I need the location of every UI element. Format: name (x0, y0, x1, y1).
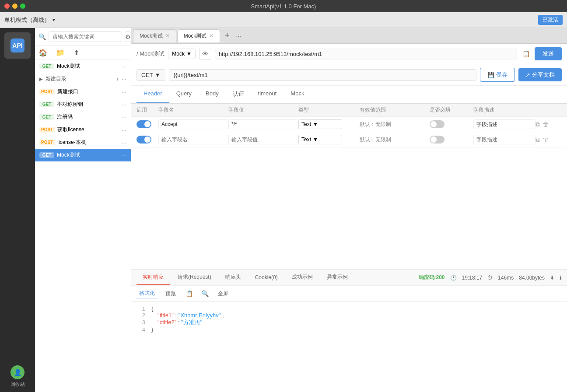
row2-actions: ⧉ 🗑 (536, 136, 562, 144)
row2-required-toggle[interactable] (430, 136, 444, 144)
more-icon[interactable]: ··· (121, 152, 126, 159)
row2-range: 默认：无限制 (360, 136, 391, 143)
api-item-name: Mock测试 (57, 151, 119, 159)
tab-nav-mock[interactable]: Mock (284, 86, 311, 103)
row2-enable-toggle[interactable] (136, 136, 151, 144)
folder-more-icon[interactable]: ··· (122, 76, 126, 82)
info-icon[interactable]: ℹ (560, 275, 562, 281)
response-tab-success[interactable]: 成功示例 (286, 270, 319, 285)
row1-description[interactable] (473, 119, 536, 129)
response-tab-headers[interactable]: 响应头 (219, 270, 247, 285)
more-icon[interactable]: ··· (121, 101, 126, 108)
close-icon[interactable]: ✕ (165, 33, 170, 39)
response-tab-error[interactable]: 异常示例 (321, 270, 354, 285)
chevron-down-icon: ▼ (313, 121, 318, 127)
copy-response-button[interactable]: 📋 (184, 288, 194, 299)
tab-more-button[interactable]: ··· (233, 31, 244, 41)
share-button[interactable]: ↗ 分享文档 (518, 68, 562, 81)
tab-mock1[interactable]: Mock测试 ✕ (133, 29, 176, 42)
folder-item[interactable]: ▶ 新建目录 + ··· (35, 73, 131, 85)
user-avatar[interactable]: 👤 (10, 365, 24, 379)
json-line-2: 2 "title1" : "Xhhmr Eniyyhv" , (136, 312, 562, 318)
list-item[interactable]: GET Mock测试 ··· (35, 60, 131, 73)
save-button[interactable]: 💾 保存 (480, 68, 515, 82)
add-icon[interactable]: + (116, 76, 119, 82)
json-key-2: "ctitle2" (151, 319, 177, 326)
close-traffic-light[interactable] (4, 4, 10, 9)
sidebar-item-api[interactable]: API (4, 32, 31, 59)
fullscreen-button[interactable]: 全屏 (215, 289, 231, 298)
row1-required-toggle[interactable] (430, 120, 444, 128)
row1-enable-toggle[interactable] (136, 120, 151, 128)
response-tab-realtime[interactable]: 实时响应 (136, 270, 170, 285)
list-item[interactable]: GET 不对称密钥 ··· (35, 98, 131, 111)
file-action-export[interactable]: ⬆ (74, 49, 79, 57)
minimize-traffic-light[interactable] (12, 4, 18, 9)
row2-description[interactable] (473, 135, 536, 144)
file-actions: 🏠 📁 ⬆ (35, 46, 131, 60)
row2-type-select[interactable]: Text ▼ (298, 135, 342, 144)
list-item[interactable]: POST 获取license ··· (35, 123, 131, 136)
tab-nav-timeout[interactable]: timeout (251, 86, 284, 103)
recycle-label[interactable]: 回收站 (10, 381, 25, 388)
chevron-down-icon: ▼ (52, 18, 56, 22)
sidebar-bottom: 👤 回收站 (10, 365, 25, 392)
send-button[interactable]: 发送 (535, 47, 562, 60)
chevron-down-icon: ▼ (186, 51, 192, 57)
row1-type-select[interactable]: Text ▼ (298, 119, 342, 129)
api-item-name: 获取license (57, 126, 119, 133)
eye-button[interactable]: 👁 (199, 48, 211, 60)
settings-button[interactable]: ⚙ (125, 32, 131, 42)
search-input[interactable] (49, 32, 122, 42)
api-item-name: Mock测试 (57, 63, 119, 70)
more-icon[interactable]: ··· (121, 126, 126, 133)
row2-field-value[interactable] (228, 135, 298, 144)
tabs-bar: Mock测试 ✕ Mock测试 ✕ + ··· (131, 28, 567, 44)
path-input[interactable] (169, 69, 476, 81)
copy-icon[interactable]: ⧉ (536, 136, 540, 144)
mock-select[interactable]: Mock ▼ (168, 49, 196, 59)
more-icon[interactable]: ··· (121, 139, 126, 146)
response-tab-request[interactable]: 请求(Request) (172, 270, 217, 285)
tab-nav-query[interactable]: Query (169, 86, 199, 103)
json-value-1: "Xhhmr Eniyyhv" (178, 312, 221, 318)
tab-nav-header[interactable]: Header (136, 86, 169, 103)
method-select[interactable]: GET ▼ (136, 69, 165, 81)
response-status: 响应码:200 (419, 274, 445, 281)
fullscreen-traffic-light[interactable] (20, 4, 25, 9)
delete-icon[interactable]: 🗑 (542, 136, 549, 144)
tab-add-button[interactable]: + (221, 30, 233, 42)
list-item[interactable]: POST license-本机 ··· (35, 136, 131, 149)
file-action-folder[interactable]: 📁 (56, 49, 65, 57)
tab-nav-body[interactable]: Body (199, 86, 226, 103)
row2-field-name[interactable] (158, 135, 228, 144)
preview-button[interactable]: 预览 (163, 289, 178, 298)
download-icon[interactable]: ⬇ (550, 275, 554, 281)
app-title: SmartApi(v1.1.0 For Mac) (251, 3, 316, 10)
more-icon[interactable]: ··· (121, 63, 126, 70)
search-response-button[interactable]: 🔍 (200, 288, 210, 299)
json-close-brace: } (151, 326, 153, 333)
format-button[interactable]: 格式化 (136, 289, 158, 298)
row1-actions: ⧉ 🗑 (536, 121, 562, 128)
delete-icon[interactable]: 🗑 (542, 121, 549, 128)
mode-selector[interactable]: 单机模式（离线） ▼ (4, 16, 56, 24)
list-item-active[interactable]: GET Mock测试 ··· (35, 149, 131, 161)
tab-nav-auth[interactable]: 认证 (226, 86, 251, 103)
response-duration: 146ms (498, 275, 514, 281)
row1-field-name[interactable] (158, 119, 228, 129)
header-actions (536, 106, 562, 114)
close-icon[interactable]: ✕ (209, 33, 214, 39)
file-action-home[interactable]: 🏠 (38, 49, 47, 57)
copy-icon[interactable]: ⧉ (536, 121, 540, 128)
more-icon[interactable]: ··· (121, 114, 126, 121)
copy-url-button[interactable]: 📋 (521, 49, 531, 59)
json-key-1: "title1" (151, 312, 174, 318)
list-item[interactable]: GET 注册码 ··· (35, 111, 131, 123)
row1-field-value[interactable] (228, 119, 298, 129)
list-item[interactable]: POST 新建接口 ··· (35, 85, 131, 98)
response-tab-cookie[interactable]: Cookie(0) (249, 271, 284, 285)
response-meta: 响应码:200 🕐 19:18:17 ⏱ 146ms 84.00bytes ⬇ … (419, 274, 562, 281)
tab-mock2[interactable]: Mock测试 ✕ (177, 29, 220, 42)
more-icon[interactable]: ··· (121, 88, 126, 95)
